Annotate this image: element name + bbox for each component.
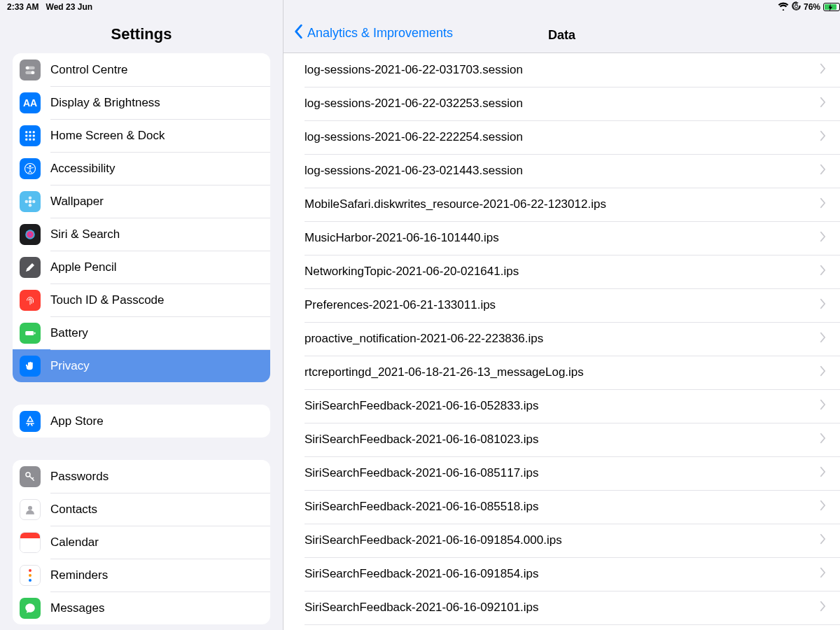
svg-rect-6 xyxy=(29,131,31,133)
reminders-icon xyxy=(20,565,41,586)
sidebar-item-label: Privacy xyxy=(50,359,90,373)
data-row[interactable]: log-sessions-2021-06-22-222254.session xyxy=(284,120,840,154)
data-row[interactable]: Preferences-2021-06-21-133011.ips xyxy=(284,288,840,322)
sidebar-item-passwords[interactable]: Passwords xyxy=(13,460,270,493)
svg-point-4 xyxy=(31,71,35,74)
data-row[interactable]: SiriSearchFeedback-2021-06-16-091854.000… xyxy=(284,524,840,557)
data-row-label: SiriSearchFeedback-2021-06-16-052833.ips xyxy=(304,399,539,413)
data-row[interactable]: rtcreportingd_2021-06-18-21-26-13_messag… xyxy=(284,356,840,389)
sidebar-item-label: Display & Brightness xyxy=(50,96,160,110)
sidebar-item-label: Siri & Search xyxy=(50,227,120,241)
aa-icon: AA xyxy=(20,92,41,113)
sidebar-item-messages[interactable]: Messages xyxy=(13,592,270,624)
data-row[interactable]: log-sessions-2021-06-22-031703.session xyxy=(284,53,840,87)
chevron-right-icon xyxy=(820,433,826,447)
data-row-label: log-sessions-2021-06-23-021443.session xyxy=(304,164,523,178)
status-time: 2:33 AM xyxy=(7,2,39,12)
toggles-icon xyxy=(20,59,41,80)
svg-point-20 xyxy=(32,200,36,203)
sidebar-item-apple-pencil[interactable]: Apple Pencil xyxy=(13,251,270,284)
data-row[interactable]: proactive_notification-2021-06-22-223836… xyxy=(284,322,840,356)
data-row[interactable]: SiriSearchFeedback-2021-06-16-052833.ips xyxy=(284,389,840,423)
data-row-label: MobileSafari.diskwrites_resource-2021-06… xyxy=(304,197,606,211)
sidebar-item-wallpaper[interactable]: Wallpaper xyxy=(13,185,270,218)
back-button[interactable]: Analytics & Improvements xyxy=(293,24,453,43)
data-row-label: SiriSearchFeedback-2021-06-16-091854.000… xyxy=(304,533,562,547)
sidebar-item-label: Messages xyxy=(50,601,104,615)
svg-rect-12 xyxy=(29,138,31,140)
sidebar-item-siri-search[interactable]: Siri & Search xyxy=(13,218,270,251)
data-row-label: SiriSearchFeedback-2021-06-16-091854.ips xyxy=(304,567,539,581)
chevron-right-icon xyxy=(820,332,826,346)
sidebar-item-label: Battery xyxy=(50,326,88,340)
data-row[interactable]: SiriSearchFeedback-2021-06-16-085117.ips xyxy=(284,456,840,490)
data-row[interactable]: SiriSearchFeedback-2021-06-16-081023.ips xyxy=(284,423,840,456)
data-list: log-sessions-2021-06-22-031703.sessionlo… xyxy=(284,53,840,630)
sidebar-item-touch-id-passcode[interactable]: Touch ID & Passcode xyxy=(13,284,270,316)
sidebar-group-store: App Store xyxy=(13,405,270,438)
sidebar-item-home-screen-dock[interactable]: Home Screen & Dock xyxy=(13,119,270,152)
data-row-label: log-sessions-2021-06-22-031703.session xyxy=(304,63,523,77)
sidebar-item-label: App Store xyxy=(50,414,104,428)
sidebar-item-label: Apple Pencil xyxy=(50,260,117,274)
wifi-icon xyxy=(778,2,789,13)
siri-icon xyxy=(20,224,41,245)
chevron-right-icon xyxy=(820,533,826,547)
data-row[interactable]: SiriSearchFeedback-2021-06-16-092355.ips xyxy=(284,624,840,630)
svg-rect-10 xyxy=(33,134,35,136)
sidebar-item-control-centre[interactable]: Control Centre xyxy=(13,53,270,86)
svg-point-21 xyxy=(25,230,35,239)
sidebar-item-app-store[interactable]: App Store xyxy=(13,405,270,438)
svg-rect-0 xyxy=(794,5,797,7)
data-row-label: proactive_notification-2021-06-22-223836… xyxy=(304,332,543,346)
svg-rect-23 xyxy=(34,332,36,334)
chevron-right-icon xyxy=(820,601,826,615)
data-row[interactable]: MusicHarbor-2021-06-16-101440.ips xyxy=(284,221,840,255)
sidebar-title: Settings xyxy=(111,25,172,43)
data-row-label: SiriSearchFeedback-2021-06-16-085117.ips xyxy=(304,466,539,480)
sidebar-item-reminders[interactable]: Reminders xyxy=(13,559,270,592)
sidebar-item-label: Touch ID & Passcode xyxy=(50,293,164,307)
fingerprint-icon xyxy=(20,290,41,311)
data-row[interactable]: NetworkingTopic-2021-06-20-021641.ips xyxy=(284,255,840,288)
rotation-lock-icon xyxy=(792,1,801,13)
data-row-label: log-sessions-2021-06-22-032253.session xyxy=(304,97,523,111)
back-label: Analytics & Improvements xyxy=(307,26,453,41)
svg-point-18 xyxy=(29,204,32,207)
data-row-label: SiriSearchFeedback-2021-06-16-085518.ips xyxy=(304,500,539,514)
main-title: Data xyxy=(548,28,575,43)
grid-icon xyxy=(20,125,41,146)
data-row[interactable]: log-sessions-2021-06-22-032253.session xyxy=(284,87,840,120)
data-row[interactable]: SiriSearchFeedback-2021-06-16-091854.ips xyxy=(284,557,840,591)
chevron-right-icon xyxy=(820,197,826,211)
data-row[interactable]: SiriSearchFeedback-2021-06-16-092101.ips xyxy=(284,591,840,624)
chevron-right-icon xyxy=(820,399,826,413)
hand-icon xyxy=(20,356,41,377)
chevron-right-icon xyxy=(820,365,826,379)
chevron-right-icon xyxy=(820,466,826,480)
sidebar-item-privacy[interactable]: Privacy xyxy=(13,349,270,382)
sidebar-item-contacts[interactable]: Contacts xyxy=(13,493,270,526)
data-row-label: NetworkingTopic-2021-06-20-021641.ips xyxy=(304,265,519,279)
data-row-label: SiriSearchFeedback-2021-06-16-092101.ips xyxy=(304,601,539,615)
battery-icon xyxy=(20,323,41,344)
svg-point-19 xyxy=(25,200,29,203)
sidebar-item-accessibility[interactable]: Accessibility xyxy=(13,152,270,185)
sidebar-item-battery[interactable]: Battery xyxy=(13,316,270,349)
settings-sidebar: Settings Control CentreAADisplay & Brigh… xyxy=(0,0,284,630)
data-row-label: log-sessions-2021-06-22-222254.session xyxy=(304,130,523,144)
data-row[interactable]: MobileSafari.diskwrites_resource-2021-06… xyxy=(284,188,840,221)
sidebar-item-label: Control Centre xyxy=(50,63,128,77)
sidebar-item-label: Calendar xyxy=(50,536,99,550)
sidebar-item-display-brightness[interactable]: AADisplay & Brightness xyxy=(13,86,270,119)
sidebar-group-general: Control CentreAADisplay & BrightnessHome… xyxy=(13,53,270,382)
data-row[interactable]: SiriSearchFeedback-2021-06-16-085518.ips xyxy=(284,490,840,524)
data-row-label: SiriSearchFeedback-2021-06-16-081023.ips xyxy=(304,433,539,447)
data-row-label: Preferences-2021-06-21-133011.ips xyxy=(304,298,496,312)
chevron-right-icon xyxy=(820,265,826,279)
data-row[interactable]: log-sessions-2021-06-23-021443.session xyxy=(284,154,840,188)
svg-rect-22 xyxy=(25,331,34,335)
battery-icon xyxy=(823,3,833,11)
svg-point-17 xyxy=(29,196,32,200)
sidebar-item-calendar[interactable]: Calendar xyxy=(13,526,270,559)
